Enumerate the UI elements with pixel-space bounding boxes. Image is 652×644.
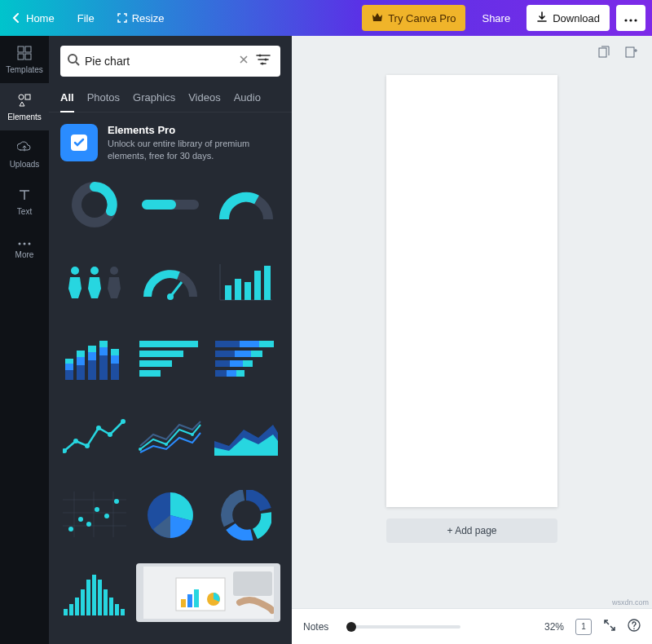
- svg-point-21: [90, 267, 99, 275]
- help-button[interactable]: [628, 619, 641, 634]
- status-bar: Notes 32% 1: [292, 608, 652, 644]
- svg-rect-47: [139, 370, 161, 377]
- element-gauge[interactable]: [136, 253, 204, 311]
- element-donut-segments[interactable]: [213, 486, 280, 545]
- add-page-button[interactable]: [624, 46, 637, 62]
- element-stacked-bar-chart[interactable]: [60, 330, 128, 389]
- notes-button[interactable]: Notes: [303, 621, 328, 633]
- file-menu[interactable]: File: [66, 0, 106, 36]
- tab-photos[interactable]: Photos: [87, 85, 120, 112]
- watermark: wsxdn.com: [612, 598, 649, 607]
- element-bar-chart-1[interactable]: [213, 253, 280, 311]
- svg-rect-29: [65, 370, 73, 380]
- element-stacked-horizontal-bars[interactable]: [213, 330, 280, 389]
- rail-more[interactable]: More: [0, 225, 49, 272]
- fullscreen-button[interactable]: [603, 619, 616, 634]
- svg-rect-59: [236, 370, 244, 377]
- text-icon: [17, 187, 32, 204]
- svg-rect-56: [243, 360, 253, 367]
- svg-point-15: [262, 63, 264, 65]
- rail-elements[interactable]: Elements: [0, 83, 49, 130]
- rail-label: More: [15, 250, 34, 259]
- search-bar: [60, 46, 280, 77]
- element-donut-chart[interactable]: [60, 175, 128, 234]
- svg-rect-87: [81, 589, 85, 615]
- svg-rect-52: [235, 351, 251, 357]
- zoom-slider[interactable]: [346, 625, 460, 629]
- svg-point-1: [629, 19, 632, 21]
- svg-point-12: [68, 55, 77, 63]
- svg-point-77: [68, 527, 73, 532]
- download-button[interactable]: Download: [526, 5, 610, 31]
- element-line-chart-1[interactable]: [60, 408, 128, 466]
- element-progress-bar[interactable]: [136, 175, 204, 234]
- element-area-chart[interactable]: [213, 408, 280, 466]
- svg-rect-38: [99, 355, 108, 380]
- page-1[interactable]: [386, 75, 557, 507]
- svg-rect-102: [599, 48, 606, 57]
- ellipsis-icon: [624, 12, 637, 24]
- svg-point-66: [139, 448, 142, 451]
- search-input[interactable]: [85, 55, 235, 68]
- svg-rect-44: [139, 341, 198, 347]
- element-pie-chart[interactable]: [136, 486, 204, 545]
- svg-rect-39: [99, 347, 108, 355]
- tab-graphics[interactable]: Graphics: [133, 85, 175, 112]
- element-people-pictogram[interactable]: [60, 253, 128, 311]
- filter-button[interactable]: [253, 54, 274, 68]
- back-home-button[interactable]: Home: [0, 0, 66, 36]
- element-horizontal-bars[interactable]: [136, 330, 204, 389]
- svg-rect-25: [235, 279, 241, 300]
- element-multi-line-chart[interactable]: [136, 408, 204, 466]
- pro-badge-icon: [60, 124, 98, 161]
- pro-promo[interactable]: Elements Pro Unlock our entire library o…: [60, 124, 280, 162]
- svg-rect-24: [225, 285, 231, 300]
- rail-text[interactable]: Text: [0, 178, 49, 225]
- more-options-button[interactable]: [616, 5, 645, 31]
- element-half-donut[interactable]: [213, 175, 280, 234]
- zoom-value[interactable]: 32%: [544, 621, 564, 633]
- clear-search-button[interactable]: [235, 54, 253, 68]
- uploads-icon: [17, 140, 32, 157]
- share-button[interactable]: Share: [472, 5, 520, 31]
- svg-rect-89: [92, 575, 96, 615]
- svg-point-64: [108, 432, 112, 437]
- svg-point-2: [634, 19, 637, 21]
- svg-rect-101: [233, 571, 272, 596]
- crown-icon: [372, 12, 383, 24]
- svg-rect-26: [244, 282, 251, 300]
- page-scroll[interactable]: + Add page: [292, 72, 652, 608]
- tab-audio[interactable]: Audio: [234, 85, 261, 112]
- rail-uploads[interactable]: Uploads: [0, 130, 49, 178]
- tab-videos[interactable]: Videos: [188, 85, 221, 112]
- svg-rect-94: [121, 609, 125, 615]
- tab-all[interactable]: All: [60, 85, 74, 112]
- promo-title: Elements Pro: [108, 124, 271, 136]
- chevron-left-icon: [11, 13, 21, 23]
- element-histogram[interactable]: [60, 563, 128, 622]
- resize-menu[interactable]: Resize: [106, 0, 176, 36]
- rail-templates[interactable]: Templates: [0, 36, 49, 83]
- add-page-bar[interactable]: + Add page: [386, 518, 557, 543]
- ellipsis-icon: [17, 238, 32, 247]
- svg-point-14: [265, 59, 267, 61]
- svg-point-7: [19, 95, 24, 99]
- rail-label: Elements: [7, 112, 42, 121]
- page-number-box[interactable]: 1: [575, 619, 592, 635]
- element-dot-plot[interactable]: [60, 486, 128, 545]
- svg-rect-32: [77, 365, 85, 380]
- try-pro-button[interactable]: Try Canva Pro: [362, 5, 465, 31]
- rail-label: Uploads: [10, 160, 40, 169]
- svg-point-9: [19, 243, 21, 245]
- svg-point-10: [24, 243, 26, 245]
- svg-point-68: [191, 433, 194, 436]
- svg-rect-55: [230, 360, 243, 367]
- svg-rect-48: [215, 341, 240, 347]
- duplicate-page-button[interactable]: [597, 46, 610, 62]
- svg-point-78: [78, 517, 83, 522]
- element-photo-desk-chart[interactable]: [136, 563, 280, 622]
- svg-rect-86: [75, 598, 79, 615]
- elements-grid[interactable]: [49, 169, 292, 644]
- zoom-knob[interactable]: [346, 622, 356, 632]
- svg-rect-51: [215, 351, 235, 357]
